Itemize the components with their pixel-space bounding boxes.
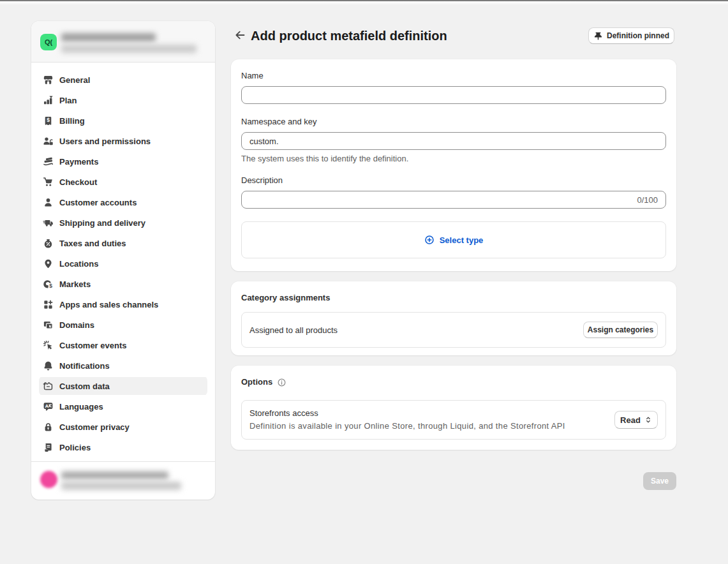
svg-text:A: A: [45, 403, 48, 408]
svg-text:$: $: [49, 282, 52, 288]
svg-text:$: $: [47, 117, 50, 123]
